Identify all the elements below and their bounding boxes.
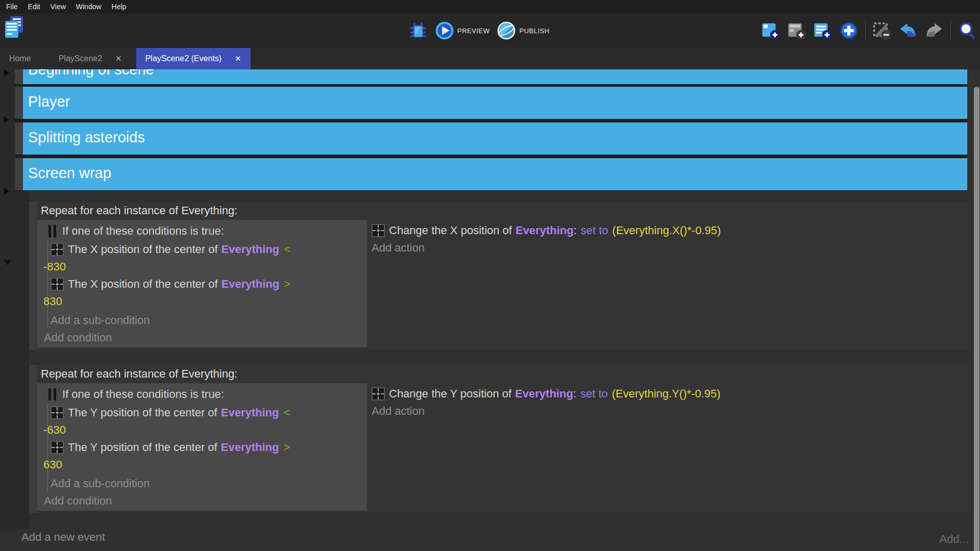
- object-name: Everything: [221, 439, 279, 456]
- add-more-button[interactable]: Add...: [940, 533, 969, 546]
- condition-row[interactable]: The Y position of the center of Everythi…: [51, 404, 363, 439]
- preview-label: PREVIEW: [457, 27, 489, 35]
- tab-label: Home: [9, 54, 31, 63]
- object-name: Everything: [222, 241, 280, 258]
- gdevelop-logo-icon: [4, 16, 24, 39]
- group-title: Screen wrap: [23, 165, 967, 182]
- or-icon: [48, 225, 56, 237]
- add-sub-condition-button[interactable]: Add a sub-condition: [51, 312, 363, 328]
- expand-arrow-icon[interactable]: [4, 260, 11, 265]
- add-event-icon[interactable]: [761, 21, 780, 40]
- tab-home[interactable]: Home: [0, 48, 40, 69]
- menu-file[interactable]: File: [1, 0, 23, 13]
- undo-icon[interactable]: [898, 21, 918, 40]
- condition-row[interactable]: The X position of the center of Everythi…: [51, 241, 363, 276]
- event-repeat-x[interactable]: Repeat for each instance of Everything: …: [29, 202, 969, 349]
- add-subevent-icon[interactable]: [787, 21, 806, 40]
- delete-selection-icon[interactable]: [872, 21, 892, 40]
- position-icon: [372, 224, 385, 237]
- condition-row[interactable]: The Y position of the center of Everythi…: [51, 439, 363, 473]
- conditions-column: If one of these conditions is true: The …: [37, 383, 367, 511]
- event-group-screen-wrap: Screen wrap: [0, 158, 967, 190]
- add-condition-button[interactable]: Add condition: [44, 330, 363, 345]
- menu-edit[interactable]: Edit: [23, 0, 45, 13]
- condition-row[interactable]: The X position of the center of Everythi…: [51, 276, 363, 310]
- condition-value: -630: [43, 421, 363, 439]
- tab-playscene2[interactable]: PlayScene2 ✕: [50, 48, 131, 69]
- close-icon[interactable]: ✕: [235, 54, 241, 63]
- toolbar-separator: [865, 20, 866, 41]
- actions-column: Change the X position of Everything : se…: [372, 220, 721, 256]
- close-icon[interactable]: ✕: [115, 54, 122, 63]
- repeat-event-header[interactable]: Repeat for each instance of Everything:: [37, 202, 969, 220]
- group-header[interactable]: Beginning of scene: [23, 69, 967, 84]
- events-sheet: Beginning of scene Player Splitting aste…: [0, 69, 980, 551]
- action-row[interactable]: Change the X position of Everything : se…: [372, 222, 721, 239]
- object-name: Everything: [515, 385, 573, 403]
- menu-window[interactable]: Window: [71, 0, 107, 13]
- actions-column: Change the Y position of Everything : se…: [372, 383, 721, 419]
- group-handle[interactable]: [15, 87, 23, 119]
- menu-bar: File Edit View Window Help: [0, 0, 980, 13]
- position-icon: [51, 278, 64, 291]
- condition-value: -830: [43, 258, 363, 276]
- preview-button[interactable]: PREVIEW: [435, 21, 489, 40]
- event-handle[interactable]: [29, 365, 37, 513]
- add-action-button[interactable]: Add action: [372, 240, 721, 256]
- add-action-button[interactable]: Add action: [372, 403, 721, 419]
- event-group-player: Player: [0, 87, 967, 119]
- group-handle[interactable]: [15, 69, 23, 84]
- comparison-operator: >: [284, 276, 290, 293]
- event-handle[interactable]: [29, 202, 37, 349]
- preview-play-icon: [435, 21, 454, 40]
- conditions-column: If one of these conditions is true: The …: [37, 220, 367, 347]
- group-header[interactable]: Player: [23, 87, 967, 119]
- or-condition-title[interactable]: If one of these conditions is true:: [48, 386, 363, 403]
- tab-playscene2-events[interactable]: PlayScene2 (Events) ✕: [136, 48, 251, 69]
- group-title: Player: [23, 93, 967, 110]
- object-name: Everything: [222, 276, 280, 293]
- condition-value: 630: [43, 456, 363, 473]
- publish-label: PUBLISH: [519, 27, 549, 35]
- object-name: Everything: [516, 222, 574, 239]
- scrollbar-thumb[interactable]: [974, 87, 979, 551]
- add-sub-condition-button[interactable]: Add a sub-condition: [51, 475, 363, 491]
- object-name: Everything: [221, 404, 279, 421]
- tab-label: PlayScene2 (Events): [145, 54, 222, 63]
- menu-help[interactable]: Help: [107, 0, 132, 13]
- publish-globe-icon: [497, 21, 516, 40]
- event-group-splitting-asteroids: Splitting asteroids: [0, 122, 967, 155]
- add-new-event-button[interactable]: Add a new event: [21, 531, 105, 544]
- collapse-arrow-icon[interactable]: [4, 69, 9, 77]
- group-header[interactable]: Screen wrap: [23, 158, 967, 190]
- comparison-operator: <: [283, 404, 290, 421]
- menu-view[interactable]: View: [45, 0, 71, 13]
- group-handle[interactable]: [15, 122, 23, 155]
- group-title: Splitting asteroids: [23, 129, 967, 146]
- gdevelop-app: File Edit View Window Help: [0, 0, 980, 551]
- or-condition-title[interactable]: If one of these conditions is true:: [48, 222, 363, 240]
- expression-value: (Everything.Y()*-0.95): [612, 385, 721, 403]
- vertical-scrollbar[interactable]: [973, 87, 980, 551]
- position-icon: [51, 441, 64, 454]
- add-condition-button[interactable]: Add condition: [44, 493, 363, 509]
- repeat-event-header[interactable]: Repeat for each instance of Everything:: [37, 365, 969, 383]
- redo-icon[interactable]: [924, 21, 944, 40]
- add-comment-icon[interactable]: [813, 21, 832, 40]
- event-repeat-y[interactable]: Repeat for each instance of Everything: …: [29, 365, 969, 513]
- group-title: Beginning of scene: [23, 69, 967, 78]
- main-toolbar: PREVIEW PUBLISH: [0, 13, 980, 48]
- group-handle[interactable]: [15, 158, 23, 190]
- condition-value: 830: [43, 293, 363, 310]
- action-row[interactable]: Change the Y position of Everything : se…: [372, 385, 721, 403]
- set-operator: set to: [581, 222, 608, 239]
- search-icon[interactable]: [958, 21, 977, 40]
- tab-label: PlayScene2: [59, 54, 102, 63]
- position-icon: [51, 406, 64, 419]
- group-header[interactable]: Splitting asteroids: [23, 122, 967, 155]
- debug-icon[interactable]: [408, 21, 428, 40]
- position-icon: [372, 387, 385, 400]
- add-other-event-icon[interactable]: [839, 21, 859, 40]
- expression-value: (Everything.X()*-0.95): [612, 222, 721, 239]
- publish-button[interactable]: PUBLISH: [497, 21, 549, 40]
